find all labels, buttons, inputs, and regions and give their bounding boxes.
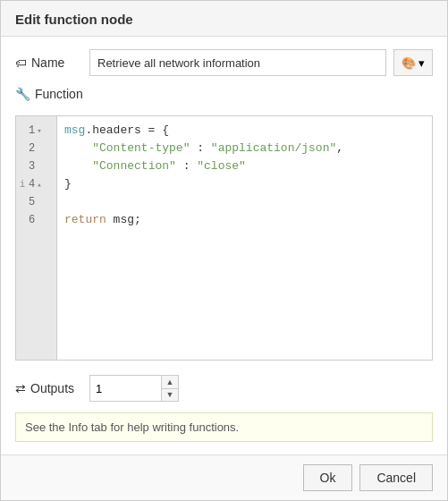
spinner-down-button[interactable]: ▼ <box>162 388 178 402</box>
code-line: "Content-type" : "application/json", <box>64 140 425 157</box>
line-number: 2 <box>16 140 56 157</box>
name-label: 🏷 Name <box>15 55 82 70</box>
line-number: i4▴ <box>16 175 56 193</box>
info-box: See the Info tab for help writing functi… <box>15 412 433 442</box>
line-number: 6 <box>16 211 56 229</box>
code-line: msg.headers = { <box>64 122 425 140</box>
tag-icon: 🏷 <box>15 56 27 70</box>
ok-button[interactable]: Ok <box>303 464 353 491</box>
spinner-buttons: ▲ ▼ <box>161 375 179 402</box>
outputs-icon: ⇄ <box>15 381 26 395</box>
dialog-footer: Ok Cancel <box>1 454 447 500</box>
line-number: 5 <box>16 193 56 211</box>
code-editor[interactable]: 1▾23i4▴56 msg.headers = { "Content-type"… <box>15 115 433 361</box>
name-label-text: Name <box>31 55 64 70</box>
name-input[interactable] <box>89 49 386 76</box>
dialog-header: Edit function node <box>1 1 447 37</box>
code-content[interactable]: msg.headers = { "Content-type" : "applic… <box>57 116 432 360</box>
cancel-button[interactable]: Cancel <box>359 464 433 491</box>
name-row: 🏷 Name 🎨 ▾ <box>15 49 433 76</box>
code-line: "Connection" : "close" <box>64 157 425 175</box>
outputs-spinner[interactable]: ▲ ▼ <box>89 375 179 402</box>
edit-function-dialog: Edit function node 🏷 Name 🎨 ▾ 🔧 Function… <box>0 0 448 501</box>
line-number: 1▾ <box>16 122 56 140</box>
icon-picker-button[interactable]: 🎨 ▾ <box>393 49 433 76</box>
code-line <box>64 193 425 211</box>
outputs-label-text: Outputs <box>30 381 74 395</box>
code-area: 1▾23i4▴56 msg.headers = { "Content-type"… <box>16 116 432 360</box>
code-line: } <box>64 175 425 193</box>
function-section-label: 🔧 Function <box>15 87 433 101</box>
code-line: return msg; <box>64 211 425 229</box>
outputs-row: ⇄ Outputs ▲ ▼ <box>15 375 433 402</box>
palette-icon: 🎨 <box>402 56 416 70</box>
wrench-icon: 🔧 <box>15 87 30 101</box>
dropdown-arrow-icon: ▾ <box>418 56 425 70</box>
spinner-up-button[interactable]: ▲ <box>162 376 178 388</box>
line-number: 3 <box>16 157 56 175</box>
line-numbers: 1▾23i4▴56 <box>16 116 57 360</box>
dialog-body: 🏷 Name 🎨 ▾ 🔧 Function 1▾23i4▴56 msg.head… <box>1 37 447 454</box>
dialog-title: Edit function node <box>15 12 433 27</box>
outputs-input[interactable] <box>89 375 161 402</box>
outputs-label: ⇄ Outputs <box>15 381 82 395</box>
info-text: See the Info tab for help writing functi… <box>25 420 239 434</box>
function-label-text: Function <box>35 87 83 101</box>
